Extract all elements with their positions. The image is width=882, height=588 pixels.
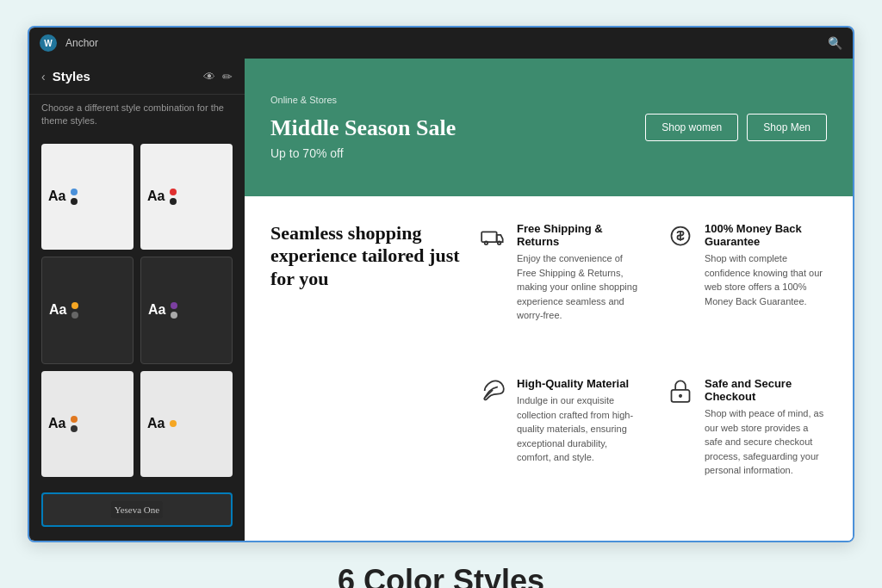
features-section: Seamless shopping experience tailored ju… (245, 196, 853, 541)
style-aa-label: Aa (49, 302, 66, 318)
feature-content-shipping: Free Shipping & Returns Enjoy the conven… (517, 222, 639, 360)
style-dots (170, 189, 177, 205)
eye-icon[interactable]: 👁 (203, 70, 215, 84)
style-dots (71, 302, 78, 319)
style-dots (171, 302, 177, 319)
style-dots (170, 420, 177, 427)
edit-icon[interactable]: ✏ (222, 70, 233, 84)
style-card-4[interactable]: Aa (140, 257, 233, 364)
hero-section: Online & Stores Middle Season Sale Up to… (245, 59, 853, 196)
search-icon[interactable]: 🔍 (828, 36, 842, 50)
content-area: Online & Stores Middle Season Sale Up to… (245, 59, 853, 541)
feature-content-quality: High-Quality Material Indulge in our exq… (517, 377, 639, 515)
svg-rect-5 (672, 390, 690, 402)
app-title: Anchor (65, 37, 98, 49)
style-card-selected[interactable]: Yeseva One (41, 492, 233, 527)
dot-top (71, 302, 78, 309)
svg-point-2 (498, 241, 501, 244)
truck-icon (477, 222, 508, 253)
dot-top (170, 420, 177, 427)
style-dots (71, 416, 78, 432)
feature-desc: Shop with peace of mind, as our web stor… (705, 406, 827, 478)
feature-title: Free Shipping & Returns (517, 222, 639, 248)
style-card-1[interactable]: Aa (41, 144, 134, 250)
dot-bottom (71, 198, 78, 205)
features-heading-area: Seamless shopping experience tailored ju… (270, 222, 460, 515)
hero-buttons: Shop women Shop Men (645, 114, 827, 141)
dot-top (71, 416, 78, 423)
wp-logo: W (40, 34, 57, 52)
dot-bottom (71, 312, 78, 319)
dot-top (71, 189, 78, 195)
page-label: 6 Color Styles (338, 542, 544, 588)
feature-title: Safe and Secure Checkout (705, 377, 827, 403)
top-bar: W Anchor 🔍 (29, 28, 853, 59)
style-aa-label: Aa (147, 416, 165, 431)
sidebar-description: Choose a different style combination for… (29, 95, 245, 135)
feature-desc: Indulge in our exquisite collection craf… (517, 393, 639, 465)
dot-bottom (170, 198, 177, 205)
svg-point-6 (680, 395, 681, 397)
dot-bottom (71, 425, 78, 432)
wp-logo-icon: W (44, 39, 52, 48)
sidebar: ‹ Styles 👁 ✏ Choose a different style co… (29, 59, 245, 541)
dot-top (171, 302, 177, 309)
money-icon (665, 222, 696, 253)
feature-content-secure: Safe and Secure Checkout Shop with peace… (705, 377, 827, 515)
leaf-icon (477, 377, 508, 408)
hero-left: Online & Stores Middle Season Sale Up to… (270, 95, 645, 160)
feature-title: 100% Money Back Guarantee (705, 222, 827, 248)
dot-bottom (171, 312, 177, 319)
sidebar-action-icons: 👁 ✏ (203, 70, 233, 84)
style-aa-label: Aa (48, 189, 65, 204)
sidebar-title: Styles (53, 69, 196, 84)
style-grid: Aa Aa Aa (29, 135, 245, 486)
feature-desc: Enjoy the convenience of Free Shipping &… (517, 251, 639, 323)
lock-icon (665, 377, 696, 408)
feature-item-quality: High-Quality Material Indulge in our exq… (477, 377, 639, 515)
style-card-6[interactable]: Aa (140, 371, 233, 477)
feature-content-money: 100% Money Back Guarantee Shop with comp… (705, 222, 827, 360)
feature-item-money: 100% Money Back Guarantee Shop with comp… (665, 222, 827, 360)
svg-point-1 (485, 241, 488, 244)
style-dots (71, 189, 78, 205)
sidebar-back-button[interactable]: ‹ (41, 70, 46, 84)
hero-subtitle: Up to 70% off (270, 146, 645, 160)
style-aa-label: Aa (147, 189, 165, 204)
dot-top (170, 189, 177, 195)
feature-desc: Shop with complete confidence knowing th… (705, 251, 827, 308)
style-aa-label: Aa (48, 416, 65, 431)
feature-item-shipping: Free Shipping & Returns Enjoy the conven… (477, 222, 639, 360)
hero-title: Middle Season Sale (270, 115, 645, 141)
shop-men-button[interactable]: Shop Men (747, 114, 827, 141)
hero-breadcrumb: Online & Stores (270, 95, 645, 105)
sidebar-header: ‹ Styles 👁 ✏ (29, 59, 245, 95)
feature-title: High-Quality Material (517, 377, 639, 390)
app-window: W Anchor 🔍 ‹ Styles 👁 ✏ Choose a differe… (28, 26, 854, 542)
main-layout: ‹ Styles 👁 ✏ Choose a different style co… (29, 59, 853, 541)
selected-style-label: Yeseva One (111, 501, 163, 518)
features-grid: Free Shipping & Returns Enjoy the conven… (477, 222, 827, 515)
style-aa-label: Aa (148, 302, 165, 318)
style-card-5[interactable]: Aa (41, 371, 134, 477)
features-heading: Seamless shopping experience tailored ju… (270, 222, 460, 290)
feature-item-secure: Safe and Secure Checkout Shop with peace… (665, 377, 827, 515)
style-card-3[interactable]: Aa (41, 257, 134, 364)
style-card-2[interactable]: Aa (140, 144, 233, 250)
svg-rect-0 (481, 232, 497, 242)
shop-women-button[interactable]: Shop women (645, 114, 738, 141)
